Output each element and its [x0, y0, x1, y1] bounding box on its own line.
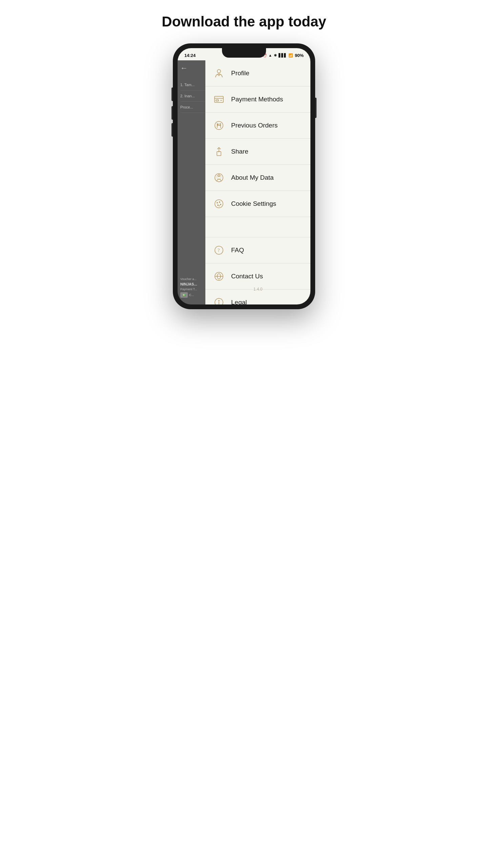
svg-point-25 [219, 300, 219, 301]
legal-icon [213, 296, 225, 304]
contact-icon [213, 270, 225, 282]
status-bar: 14:24 🔕 ⏰ ▲ ✱ ▋▋▋ 📶 90% [178, 48, 310, 60]
signal-icon: ▲ [268, 53, 272, 57]
svg-point-17 [219, 205, 220, 206]
phone-frame: 14:24 🔕 ⏰ ▲ ✱ ▋▋▋ 📶 90% ← 1. Tam... 2. I… [173, 43, 315, 309]
svg-point-0 [217, 70, 221, 73]
menu-item-share[interactable]: Share [205, 139, 310, 165]
side-menu: Profile Payment Methods [205, 60, 310, 304]
wifi-icon: 📶 [288, 53, 293, 58]
status-time: 14:24 [184, 53, 196, 58]
profile-icon [213, 67, 225, 79]
menu-bottom: 1.4.0 [205, 284, 310, 294]
svg-point-15 [220, 204, 221, 205]
phone-screen: 14:24 🔕 ⏰ ▲ ✱ ▋▋▋ 📶 90% ← 1. Tam... 2. I… [178, 48, 310, 304]
svg-text:?: ? [218, 248, 220, 253]
network-icon: ▋▋▋ [279, 53, 287, 58]
version-text: 1.4.0 [205, 284, 310, 294]
contact-us-label: Contact Us [231, 273, 263, 280]
cookie-settings-label: Cookie Settings [231, 200, 276, 208]
menu-spacer [205, 217, 310, 237]
menu-item-profile[interactable]: Profile [205, 60, 310, 86]
phone-content: ← 1. Tam... 2. Inan... Proce... Voucher … [178, 60, 310, 304]
payment-methods-label: Payment Methods [231, 96, 283, 103]
svg-point-14 [219, 202, 220, 202]
faq-icon: ? [213, 244, 225, 256]
share-icon [213, 145, 225, 158]
cookie-icon [213, 198, 225, 210]
svg-rect-2 [215, 96, 223, 102]
bluetooth-icon: ✱ [274, 53, 277, 58]
menu-item-faq[interactable]: ? FAQ [205, 237, 310, 263]
bg-cash-icon: 💵 [180, 292, 188, 298]
svg-point-16 [218, 205, 218, 205]
page-title: Download the app today [162, 14, 326, 30]
payment-icon [213, 93, 225, 105]
svg-point-12 [215, 200, 223, 208]
share-label: Share [231, 148, 248, 155]
previous-orders-label: Previous Orders [231, 122, 278, 129]
notch [222, 48, 266, 58]
previous-orders-icon [213, 119, 225, 132]
menu-item-previous-orders[interactable]: Previous Orders [205, 113, 310, 139]
profile-label: Profile [231, 70, 249, 77]
about-my-data-label: About My Data [231, 174, 274, 181]
menu-item-cookie-settings[interactable]: Cookie Settings [205, 191, 310, 217]
svg-point-13 [217, 202, 218, 203]
svg-rect-4 [216, 100, 219, 101]
legal-label: Legal [231, 299, 247, 304]
menu-item-payment-methods[interactable]: Payment Methods [205, 86, 310, 113]
menu-item-about-my-data[interactable]: About My Data [205, 165, 310, 191]
about-data-icon [213, 172, 225, 184]
faq-label: FAQ [231, 246, 244, 254]
battery-level: 90% [295, 53, 304, 58]
